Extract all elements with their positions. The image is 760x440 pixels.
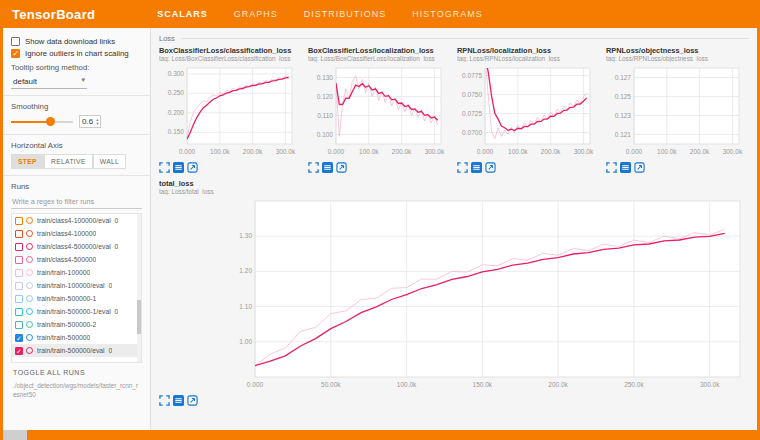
tab-histograms[interactable]: HISTOGRAMS bbox=[412, 9, 482, 19]
chart-title: BoxClassifierLoss/localization_loss bbox=[308, 46, 451, 55]
run-checkbox[interactable]: ✓ bbox=[15, 334, 23, 342]
run-checkbox[interactable] bbox=[15, 256, 23, 264]
run-checkbox[interactable] bbox=[15, 308, 23, 316]
svg-text:0.127: 0.127 bbox=[615, 74, 632, 81]
run-row[interactable]: train/class4-500000/eval_0 bbox=[12, 240, 141, 253]
toggle-all-runs-button[interactable]: TOGGLE ALL RUNS bbox=[11, 363, 142, 380]
chart-tag: tag: Loss/RPNLoss/objectness_loss bbox=[606, 55, 749, 62]
fullscreen-icon[interactable] bbox=[606, 162, 617, 173]
tab-distributions[interactable]: DISTRIBUTIONS bbox=[304, 9, 387, 19]
checkbox-icon[interactable] bbox=[11, 37, 20, 46]
pin-icon[interactable] bbox=[336, 162, 347, 173]
runs-label: Runs bbox=[11, 182, 142, 191]
run-checkbox[interactable]: ✓ bbox=[15, 347, 23, 355]
run-row[interactable]: ✓train/train-500000/eval_0 bbox=[12, 344, 141, 357]
fullscreen-icon[interactable] bbox=[457, 162, 468, 173]
run-checkbox[interactable] bbox=[15, 321, 23, 329]
svg-text:0.120: 0.120 bbox=[317, 93, 334, 100]
slider-thumb[interactable] bbox=[46, 117, 55, 126]
run-row[interactable]: train/train-500000-1/eval_0 bbox=[12, 305, 141, 318]
run-checkbox[interactable] bbox=[15, 269, 23, 277]
smoothing-value-input[interactable]: 0.6 bbox=[79, 115, 101, 128]
runs-section: Runs train/class4-100000/eval_0train/cla… bbox=[3, 176, 150, 430]
smoothing-section: Smoothing 0.6 bbox=[3, 96, 150, 135]
horizontal-axis-label: Horizontal Axis bbox=[11, 141, 142, 150]
chart-card: BoxClassifierLoss/classification_loss ta… bbox=[159, 46, 302, 173]
category-header: Loss bbox=[159, 32, 749, 44]
svg-text:0.000: 0.000 bbox=[179, 148, 196, 155]
fullscreen-icon[interactable] bbox=[159, 395, 170, 406]
run-label: train/class4-500000/eval_0 bbox=[37, 243, 118, 250]
run-row[interactable]: train/train-500000-1 bbox=[12, 292, 141, 305]
run-row[interactable]: train/class4-100000 bbox=[12, 227, 141, 240]
run-checkbox[interactable] bbox=[15, 217, 23, 225]
chart-toolbar bbox=[457, 162, 600, 173]
chart-data-icon[interactable] bbox=[173, 395, 184, 406]
runs-list-scrollbar[interactable] bbox=[137, 214, 141, 362]
svg-text:1.00: 1.00 bbox=[239, 338, 252, 345]
chart-data-icon[interactable] bbox=[173, 162, 184, 173]
run-checkbox[interactable] bbox=[15, 282, 23, 290]
chart-plot[interactable]: 1.001.101.201.300.00050.00k100.0k150.0k2… bbox=[159, 197, 749, 393]
runs-filter-input[interactable] bbox=[11, 195, 142, 209]
chart-data-icon[interactable] bbox=[620, 162, 631, 173]
run-color-swatch bbox=[26, 347, 33, 354]
tab-scalars[interactable]: SCALARS bbox=[157, 9, 208, 19]
run-row[interactable]: ✓train/train-500000 bbox=[12, 331, 141, 344]
pin-icon[interactable] bbox=[187, 395, 198, 406]
run-row[interactable]: train/class4-100000/eval_0 bbox=[12, 214, 141, 227]
axis-wall-button[interactable]: WALL bbox=[93, 154, 126, 169]
tooltip-sorting-select[interactable]: default bbox=[11, 76, 87, 89]
axis-relative-button[interactable]: RELATIVE bbox=[44, 154, 93, 169]
svg-text:100.0k: 100.0k bbox=[397, 381, 417, 388]
pin-icon[interactable] bbox=[485, 162, 496, 173]
svg-text:1.30: 1.30 bbox=[239, 232, 252, 239]
chart-plot[interactable]: 0.1210.1230.1250.1270.000100.0k200.0k300… bbox=[606, 64, 749, 160]
svg-text:100.0k: 100.0k bbox=[508, 148, 528, 155]
chart-plot[interactable]: 0.1000.1100.1200.1300.000100.0k200.0k300… bbox=[308, 64, 451, 160]
ignore-outliers-option[interactable]: Ignore outliers in chart scaling bbox=[11, 49, 142, 58]
run-row[interactable]: train/train-500000-2 bbox=[12, 318, 141, 331]
app-title: TensorBoard bbox=[12, 7, 95, 22]
svg-text:200.0k: 200.0k bbox=[548, 381, 568, 388]
run-color-swatch bbox=[26, 282, 33, 289]
chart-card-total-loss: total_loss tag: Loss/total_loss 1.001.10… bbox=[159, 179, 749, 406]
chart-data-icon[interactable] bbox=[322, 162, 333, 173]
svg-text:200.0k: 200.0k bbox=[243, 148, 263, 155]
horizontal-axis-section: Horizontal Axis STEP RELATIVE WALL bbox=[3, 135, 150, 176]
chart-plot[interactable]: 0.07000.07250.07500.07750.000100.0k200.0… bbox=[457, 64, 600, 160]
run-color-swatch bbox=[26, 243, 33, 250]
tensorboard-app: TensorBoard SCALARS GRAPHS DISTRIBUTIONS… bbox=[3, 0, 757, 430]
run-row[interactable]: train/train-100000 bbox=[12, 266, 141, 279]
app-body: Show data download links Ignore outliers… bbox=[3, 28, 757, 430]
smoothing-slider[interactable] bbox=[11, 117, 73, 127]
axis-step-button[interactable]: STEP bbox=[11, 154, 44, 169]
run-label: train/class4-500000 bbox=[37, 256, 96, 263]
run-checkbox[interactable] bbox=[15, 230, 23, 238]
svg-text:100.0k: 100.0k bbox=[210, 148, 230, 155]
run-label: train/class4-100000 bbox=[37, 230, 96, 237]
run-checkbox[interactable] bbox=[15, 243, 23, 251]
run-label: train/train-100000 bbox=[37, 269, 90, 276]
stepper-icon[interactable] bbox=[96, 118, 98, 125]
checkbox-icon[interactable] bbox=[11, 49, 20, 58]
run-checkbox[interactable] bbox=[15, 295, 23, 303]
pin-icon[interactable] bbox=[634, 162, 645, 173]
show-download-links-option[interactable]: Show data download links bbox=[11, 37, 142, 46]
fullscreen-icon[interactable] bbox=[308, 162, 319, 173]
scrollbar-thumb[interactable] bbox=[137, 300, 141, 334]
svg-text:0.000: 0.000 bbox=[477, 148, 494, 155]
run-color-swatch bbox=[26, 295, 33, 302]
category-label[interactable]: Loss bbox=[159, 34, 175, 43]
chart-plot[interactable]: 0.1500.2000.2500.3000.000100.0k200.0k300… bbox=[159, 64, 302, 160]
run-color-swatch bbox=[26, 321, 33, 328]
pin-icon[interactable] bbox=[187, 162, 198, 173]
run-row[interactable]: train/train-100000/eval_0 bbox=[12, 279, 141, 292]
svg-text:200.0k: 200.0k bbox=[541, 148, 561, 155]
chart-data-icon[interactable] bbox=[471, 162, 482, 173]
svg-text:0.125: 0.125 bbox=[615, 93, 632, 100]
fullscreen-icon[interactable] bbox=[159, 162, 170, 173]
slider-fill bbox=[11, 121, 48, 123]
tab-graphs[interactable]: GRAPHS bbox=[234, 9, 278, 19]
run-row[interactable]: train/class4-500000 bbox=[12, 253, 141, 266]
